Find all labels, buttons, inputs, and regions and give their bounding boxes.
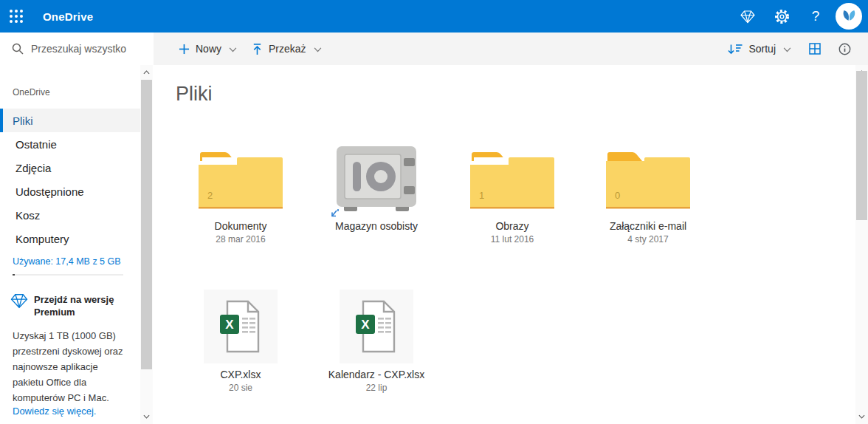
gear-icon [774, 9, 790, 24]
folder-icon: 1 [470, 146, 554, 210]
search-input[interactable] [31, 43, 149, 55]
search-icon [12, 43, 24, 55]
folder-item-count: 1 [479, 190, 484, 201]
sidebar-nav: OneDrive Pliki Ostatnie Zdjęcia Udostępn… [0, 65, 140, 424]
folder-icon: 0 [606, 146, 690, 210]
chevron-down-icon [229, 47, 237, 52]
command-bar: Nowy Przekaż [0, 33, 868, 65]
file-thumbnail: X [204, 290, 278, 363]
upload-icon [252, 43, 263, 55]
tile-name[interactable]: CXP.xlsx [221, 369, 261, 380]
view-grid-button[interactable] [802, 35, 828, 62]
page-title: Pliki [176, 83, 855, 106]
file-tile-cxp-xlsx[interactable]: X CXP.xlsx 20 sie [182, 290, 300, 393]
tile-row-folders: 2 Dokumenty 28 mar 2016 [182, 141, 725, 245]
top-app-bar: OneDrive ? [0, 0, 868, 33]
personal-vault-safe-icon [335, 143, 418, 213]
tile-name[interactable]: Magazyn osobisty [335, 220, 418, 232]
sidebar-item-kosz[interactable]: Kosz [0, 203, 140, 227]
waffle-icon [8, 8, 24, 24]
sidebar-section-label: OneDrive [0, 87, 140, 98]
upload-button[interactable]: Przekaż [244, 38, 329, 60]
tile-name[interactable]: Obrazy [495, 220, 528, 232]
main-scrollbar[interactable] [855, 65, 868, 424]
premium-description: Uzyskaj 1 TB (1000 GB) przestrzeni dysko… [13, 328, 127, 406]
info-icon [838, 43, 851, 55]
scrollbar-thumb[interactable] [856, 71, 867, 220]
diamond-icon [10, 293, 28, 309]
user-avatar[interactable] [836, 3, 862, 30]
folder-item-count: 2 [207, 190, 213, 201]
tile-name[interactable]: Kalendarz - CXP.xlsx [328, 369, 424, 380]
sidebar-item-udostepnione[interactable]: Udostępnione [0, 179, 140, 203]
svg-text:X: X [361, 318, 370, 332]
sidebar-item-pliki[interactable]: Pliki [0, 109, 140, 132]
chevron-down-icon [783, 47, 791, 52]
storage-usage-text: Używane: 17,4 MB z 5 GB [13, 256, 140, 267]
folder-tile-zalaczniki-email[interactable]: 0 Załączniki e-mail 4 sty 2017 [589, 141, 707, 245]
vault-tile-magazyn-osobisty[interactable]: Magazyn osobisty [317, 141, 435, 245]
tile-date: 4 sty 2017 [627, 234, 668, 245]
folder-item-count: 0 [615, 190, 620, 201]
scroll-down-arrow[interactable] [855, 411, 868, 423]
premium-title: Przejdź na wersję Premium [34, 293, 121, 318]
scroll-down-arrow[interactable] [140, 411, 153, 423]
folder-tile-dokumenty[interactable]: 2 Dokumenty 28 mar 2016 [182, 141, 300, 245]
info-button[interactable] [831, 35, 858, 62]
sidebar-item-komputery[interactable]: Komputery [0, 227, 140, 250]
grid-view-icon [809, 43, 821, 55]
folder-icon: 2 [199, 146, 283, 210]
file-tile-kalendarz-cxp-xlsx[interactable]: X Kalendarz - CXP.xlsx 22 lip [317, 290, 435, 393]
chevron-down-icon [314, 47, 322, 52]
tile-date: 22 lip [366, 383, 388, 393]
file-thumbnail: X [340, 290, 413, 363]
files-content-area: Pliki 2 Dokumenty 28 mar 2016 [154, 65, 855, 424]
tile-name[interactable]: Dokumenty [215, 220, 267, 232]
help-button[interactable]: ? [799, 0, 833, 33]
tile-date: 28 mar 2016 [216, 234, 265, 245]
premium-upsell: Przejdź na wersję Premium Uzyskaj 1 TB (… [10, 293, 127, 417]
tile-name[interactable]: Załączniki e-mail [610, 220, 686, 232]
upload-button-label: Przekaż [269, 43, 306, 55]
premium-learn-more-link[interactable]: Dowiedz się więcej. [13, 406, 127, 417]
sidebar-item-ostatnie[interactable]: Ostatnie [0, 132, 140, 156]
storage-usage-fill [13, 274, 15, 276]
sidebar-scrollbar[interactable] [140, 65, 153, 424]
svg-text:X: X [225, 318, 234, 332]
tile-row-files: X CXP.xlsx 20 sie [182, 290, 453, 393]
sort-button[interactable]: Sortuj [720, 38, 799, 59]
avatar-logo-icon [839, 7, 858, 26]
settings-button[interactable] [765, 0, 799, 33]
app-title[interactable]: OneDrive [43, 10, 93, 23]
scroll-up-arrow[interactable] [140, 66, 153, 78]
scrollbar-thumb[interactable] [141, 80, 152, 369]
new-button-label: Nowy [196, 43, 221, 55]
diamond-icon [740, 10, 755, 24]
tile-date: 11 lut 2016 [491, 234, 534, 245]
folder-tile-obrazy[interactable]: 1 Obrazy 11 lut 2016 [453, 141, 571, 245]
premium-diamond-button[interactable] [731, 0, 765, 33]
search-box[interactable] [0, 33, 154, 65]
sort-button-label: Sortuj [748, 43, 776, 55]
app-launcher-icon[interactable] [0, 0, 32, 33]
excel-file-icon: X [353, 298, 400, 355]
sort-icon [728, 43, 743, 55]
toolbar: Nowy Przekaż [154, 33, 868, 65]
sidebar-item-zdjecia[interactable]: Zdjęcia [0, 156, 140, 179]
excel-file-icon: X [217, 298, 264, 355]
plus-icon [179, 44, 190, 55]
tile-date: 20 sie [229, 383, 252, 393]
new-button[interactable]: Nowy [171, 38, 244, 59]
storage-usage-bar [13, 274, 123, 276]
